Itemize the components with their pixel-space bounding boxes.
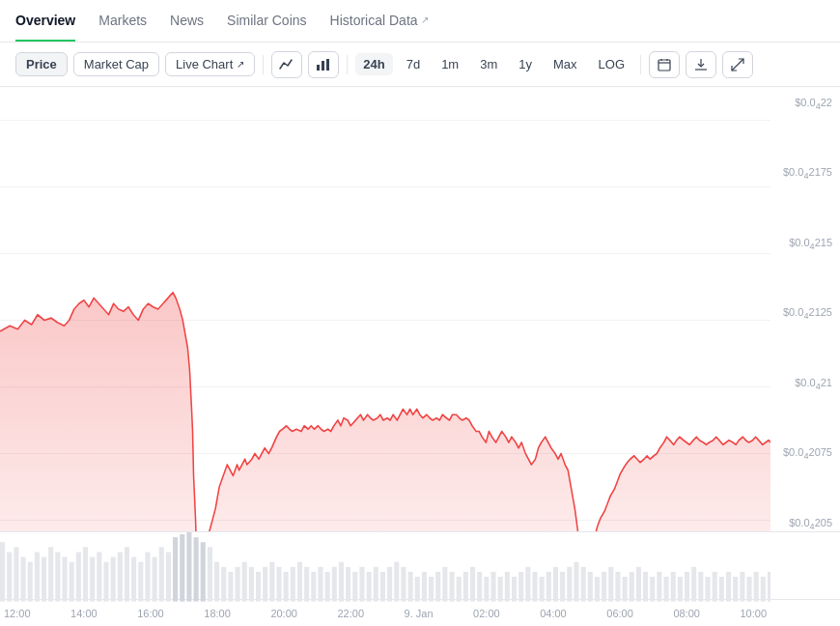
period-24h[interactable]: 24h bbox=[355, 53, 392, 75]
chart-svg-area[interactable]: CoinGecko bbox=[0, 87, 770, 531]
chart-volume bbox=[0, 531, 840, 599]
svg-rect-23 bbox=[20, 557, 25, 602]
svg-rect-79 bbox=[408, 572, 413, 602]
x-label-0600: 06:00 bbox=[606, 608, 633, 619]
svg-rect-126 bbox=[733, 577, 738, 602]
svg-rect-25 bbox=[35, 552, 40, 601]
svg-rect-82 bbox=[429, 577, 434, 602]
svg-rect-87 bbox=[463, 572, 468, 602]
svg-rect-44 bbox=[166, 552, 171, 601]
svg-rect-111 bbox=[630, 572, 634, 602]
x-label-2000: 20:00 bbox=[270, 608, 297, 619]
tab-similar-coins[interactable]: Similar Coins bbox=[227, 0, 306, 42]
svg-rect-84 bbox=[442, 567, 447, 602]
svg-rect-70 bbox=[346, 567, 350, 602]
period-max[interactable]: Max bbox=[546, 53, 585, 75]
svg-rect-53 bbox=[228, 572, 233, 602]
svg-rect-118 bbox=[678, 577, 683, 602]
svg-rect-60 bbox=[276, 567, 281, 602]
tab-news[interactable]: News bbox=[170, 0, 204, 42]
tab-historical-data[interactable]: Historical Data ↗ bbox=[330, 0, 429, 42]
separator-3 bbox=[640, 55, 641, 74]
svg-rect-22 bbox=[14, 547, 18, 601]
tab-markets[interactable]: Markets bbox=[98, 0, 147, 42]
x-label-2200: 22:00 bbox=[337, 608, 364, 619]
svg-rect-115 bbox=[657, 572, 661, 602]
price-button[interactable]: Price bbox=[15, 52, 68, 76]
live-chart-button[interactable]: Live Chart ↗ bbox=[165, 52, 255, 76]
svg-rect-41 bbox=[145, 552, 150, 601]
period-3m[interactable]: 3m bbox=[472, 53, 505, 75]
download-icon bbox=[694, 58, 708, 71]
svg-rect-120 bbox=[691, 567, 696, 602]
svg-rect-0 bbox=[317, 65, 320, 71]
svg-rect-112 bbox=[636, 567, 641, 602]
svg-rect-71 bbox=[352, 572, 357, 602]
svg-rect-39 bbox=[131, 557, 136, 602]
download-button[interactable] bbox=[686, 51, 716, 78]
svg-rect-102 bbox=[567, 567, 572, 602]
y-label-5: $0.0421 bbox=[770, 377, 832, 391]
bar-chart-button[interactable] bbox=[308, 51, 339, 78]
svg-rect-54 bbox=[235, 567, 239, 602]
period-1m[interactable]: 1m bbox=[434, 53, 466, 75]
svg-rect-55 bbox=[242, 562, 247, 602]
x-label-0800: 08:00 bbox=[673, 608, 700, 619]
x-label-1000: 10:00 bbox=[740, 608, 767, 619]
svg-rect-121 bbox=[698, 572, 703, 602]
svg-rect-1 bbox=[322, 61, 324, 71]
expand-icon bbox=[731, 58, 744, 71]
x-axis: 12:00 14:00 16:00 18:00 20:00 22:00 9. J… bbox=[0, 599, 840, 626]
svg-rect-92 bbox=[498, 577, 503, 602]
svg-rect-100 bbox=[553, 567, 558, 602]
x-label-1800: 18:00 bbox=[204, 608, 231, 619]
svg-rect-47 bbox=[186, 532, 191, 602]
svg-rect-78 bbox=[401, 567, 406, 602]
svg-rect-127 bbox=[740, 572, 744, 602]
svg-rect-83 bbox=[435, 572, 440, 602]
expand-button[interactable] bbox=[722, 51, 753, 78]
x-label-9jan: 9. Jan bbox=[405, 608, 434, 619]
svg-rect-96 bbox=[525, 567, 530, 602]
svg-rect-125 bbox=[726, 572, 731, 602]
calendar-button[interactable] bbox=[649, 51, 680, 78]
svg-rect-34 bbox=[97, 552, 101, 601]
y-label-4: $0.042125 bbox=[770, 306, 832, 321]
svg-rect-77 bbox=[394, 562, 399, 602]
volume-chart-svg bbox=[0, 532, 770, 602]
tab-overview[interactable]: Overview bbox=[15, 0, 75, 42]
svg-rect-97 bbox=[532, 572, 537, 602]
chart-main: CoinGecko $0.0422 $0.042175 $0.04215 $0.… bbox=[0, 87, 840, 531]
svg-rect-89 bbox=[477, 572, 482, 602]
svg-rect-3 bbox=[658, 60, 670, 71]
svg-rect-117 bbox=[671, 572, 676, 602]
svg-rect-45 bbox=[173, 537, 178, 601]
x-label-0400: 04:00 bbox=[540, 608, 567, 619]
market-cap-button[interactable]: Market Cap bbox=[73, 52, 159, 76]
svg-rect-59 bbox=[269, 562, 274, 602]
svg-rect-105 bbox=[588, 572, 593, 602]
y-label-7: $0.04205 bbox=[770, 517, 832, 531]
line-chart-button[interactable] bbox=[271, 51, 302, 78]
svg-rect-99 bbox=[546, 572, 551, 602]
svg-rect-29 bbox=[62, 557, 67, 602]
svg-rect-80 bbox=[415, 577, 420, 602]
chart-toolbar: Price Market Cap Live Chart ↗ 24h 7d 1m … bbox=[0, 43, 840, 87]
svg-rect-85 bbox=[450, 572, 455, 602]
period-log[interactable]: LOG bbox=[591, 53, 632, 75]
svg-rect-108 bbox=[608, 567, 613, 602]
x-label-1200: 12:00 bbox=[4, 608, 31, 619]
period-7d[interactable]: 7d bbox=[399, 53, 428, 75]
external-link-icon: ↗ bbox=[421, 14, 429, 25]
svg-rect-73 bbox=[367, 572, 372, 602]
separator-1 bbox=[263, 55, 264, 74]
y-label-3: $0.04215 bbox=[770, 237, 832, 251]
svg-rect-95 bbox=[518, 572, 523, 602]
svg-rect-49 bbox=[201, 542, 206, 601]
svg-rect-109 bbox=[615, 572, 620, 602]
svg-rect-129 bbox=[754, 572, 759, 602]
period-1y[interactable]: 1y bbox=[511, 53, 540, 75]
separator-2 bbox=[347, 55, 348, 74]
svg-rect-57 bbox=[256, 572, 261, 602]
svg-line-10 bbox=[732, 65, 738, 71]
